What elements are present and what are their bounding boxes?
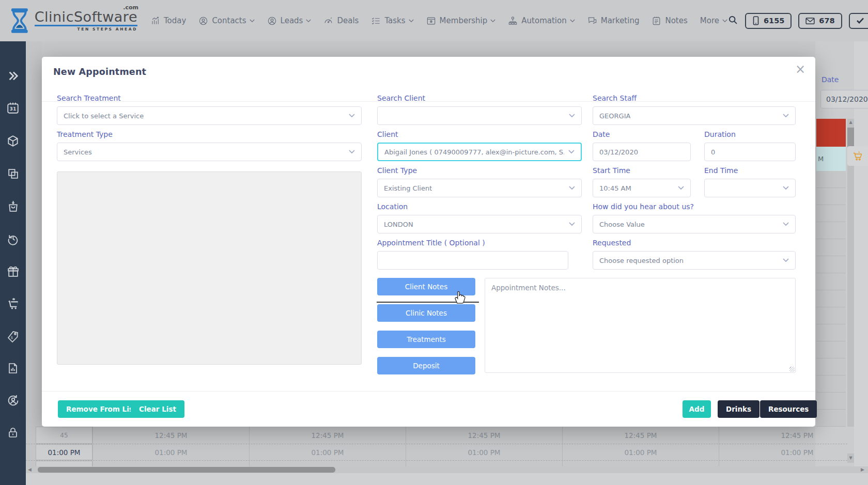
price-tag-icon[interactable]: $	[7, 330, 19, 342]
search-staff-select[interactable]: GEORGIA	[593, 106, 796, 125]
treatment-list-box[interactable]	[57, 171, 362, 365]
nav-item-tasks[interactable]: Tasks	[371, 16, 413, 26]
start-time-select[interactable]: 10:45 AM	[593, 179, 691, 197]
location-value: LONDON	[384, 221, 413, 228]
cart-sidebar-icon[interactable]	[7, 298, 20, 310]
duration-input[interactable]: 0	[704, 143, 796, 161]
treatment-type-label: Treatment Type	[57, 130, 113, 138]
chevron-down-icon	[783, 222, 789, 226]
left-sidebar: 31 $	[0, 41, 26, 485]
close-icon[interactable]: ×	[795, 63, 805, 75]
history-icon[interactable]	[7, 232, 20, 245]
gift-icon[interactable]	[7, 265, 20, 278]
double-chevrons-icon[interactable]	[6, 70, 20, 82]
hear-about-label: How did you hear about us?	[593, 202, 694, 211]
client-type-label: Client Type	[377, 166, 417, 175]
calendar-slot[interactable]: 01:15 PM	[249, 461, 406, 466]
location-select[interactable]: LONDON	[377, 215, 582, 233]
appointment-title-input[interactable]	[377, 251, 568, 270]
treatments-button[interactable]: Treatments	[377, 331, 475, 348]
calendar-slot[interactable]: 01:15 PM	[406, 461, 562, 466]
resources-button[interactable]: Resources	[760, 400, 817, 418]
nav-item-label: More	[700, 16, 719, 25]
lock-icon[interactable]	[7, 427, 19, 439]
nav-item-marketing[interactable]: Marketing	[587, 16, 640, 26]
date-label: Date	[593, 130, 610, 138]
horizontal-scrollbar-thumb[interactable]	[38, 467, 335, 473]
appointment-title-label: Appointment Title ( Optional )	[377, 239, 485, 247]
calendar-slot[interactable]: 01:15 PM	[719, 461, 847, 466]
mail-counter-badge[interactable]: 678	[798, 13, 842, 29]
copy-icon[interactable]	[7, 167, 20, 180]
chevron-down-icon	[569, 114, 575, 118]
location-label: Location	[377, 202, 408, 211]
appointment-block-red[interactable]	[816, 119, 846, 147]
nav-item-deals[interactable]: Deals	[323, 16, 359, 26]
treatment-type-select[interactable]: Services	[57, 143, 362, 161]
report-icon[interactable]	[7, 362, 19, 374]
calendar-slot[interactable]: 01:15 PM	[92, 461, 249, 466]
cube-icon[interactable]	[6, 134, 20, 148]
calendar-date-label: Date	[822, 75, 839, 84]
search-treatment-select[interactable]: Click to select a Service	[57, 106, 362, 125]
search-button[interactable]	[727, 14, 738, 27]
shopping-bag-icon[interactable]	[7, 200, 20, 213]
calendar-slot[interactable]: 01:15 PM	[562, 461, 719, 466]
calendar-slot[interactable]: 01:00 PM	[92, 444, 249, 460]
clinic-notes-button[interactable]: Clinic Notes	[377, 304, 475, 322]
scroll-right-arrow-icon[interactable]: ▶	[861, 466, 864, 473]
calendar-slot[interactable]: 01:00 PM	[249, 444, 406, 460]
calendar-date-input[interactable]: 03/12/2020	[820, 90, 868, 108]
nav-item-notes[interactable]: Notes	[652, 16, 687, 26]
calendar-slot[interactable]: 12:45 PM	[719, 427, 847, 444]
bar-chart-icon	[151, 16, 160, 25]
nav-item-membership[interactable]: Membership	[426, 16, 496, 26]
appointment-notes-textarea[interactable]	[485, 278, 796, 373]
requested-select[interactable]: Choose requested option	[593, 251, 796, 270]
calendar-slot[interactable]: 01:00 PM	[406, 444, 562, 460]
search-client-select[interactable]	[377, 106, 582, 125]
calendar-slot[interactable]: 12:45 PM	[249, 427, 406, 444]
calendar-slot[interactable]: 01:00 PM	[562, 444, 719, 460]
time-gutter-cell: 45	[36, 427, 92, 444]
start-time-value: 10:45 AM	[599, 184, 631, 192]
client-select[interactable]: Abigail Jones ( 07490009777, alex@in-pic…	[377, 143, 582, 161]
app-logo[interactable]: ClinicSoftware .com TEN STEPS AHEAD	[9, 7, 137, 34]
clear-list-button[interactable]: Clear List	[131, 400, 184, 418]
date-input[interactable]: 03/12/2020	[593, 143, 691, 161]
calendar-slot[interactable]: 12:45 PM	[406, 427, 562, 444]
chevron-down-icon	[783, 114, 789, 118]
add-button[interactable]: Add	[683, 400, 711, 418]
calendar-slot[interactable]: 12:45 PM	[562, 427, 719, 444]
scroll-left-arrow-icon[interactable]: ◀	[28, 466, 32, 473]
user-sync-icon[interactable]	[7, 394, 20, 407]
background-bottom-strip	[26, 473, 868, 485]
nav-item-contacts[interactable]: Contacts	[198, 16, 254, 26]
calendar-icon[interactable]: 31	[6, 101, 20, 115]
client-notes-button[interactable]: Client Notes	[377, 278, 475, 295]
appointment-block-teal[interactable]: M	[816, 147, 846, 171]
deposit-button[interactable]: Deposit	[377, 357, 475, 374]
nav-item-more[interactable]: More	[700, 16, 727, 25]
nav-item-label: Contacts	[212, 16, 246, 25]
scroll-up-arrow-icon[interactable]: ▲	[847, 120, 854, 124]
end-time-select[interactable]	[704, 179, 796, 197]
nav-item-label: Automation	[521, 16, 566, 25]
logo-title: ClinicSoftware	[35, 10, 137, 24]
calendar-slot[interactable]: 01:00 PM	[719, 444, 847, 460]
drinks-button[interactable]: Drinks	[718, 400, 760, 418]
nav-item-automation[interactable]: Automation	[508, 16, 575, 26]
calendar-slot[interactable]: 12:45 PM	[92, 427, 249, 444]
hear-about-select[interactable]: Choose Value	[593, 215, 796, 233]
svg-text:31: 31	[10, 106, 17, 112]
client-type-select[interactable]: Existing Client	[377, 179, 582, 197]
calendar-grid-strip	[816, 171, 846, 427]
chevron-down-icon	[490, 19, 495, 23]
nav-item-leads[interactable]: Leads	[267, 16, 312, 26]
scroll-down-arrow-icon[interactable]: ▼	[847, 453, 854, 463]
cart-button[interactable]	[847, 146, 868, 166]
tasks-counter-badge[interactable]: 41	[849, 13, 868, 29]
navbar-right: 6155 678 41 ?	[727, 10, 868, 31]
nav-item-today[interactable]: Today	[151, 16, 186, 25]
phone-counter-badge[interactable]: 6155	[745, 13, 792, 29]
